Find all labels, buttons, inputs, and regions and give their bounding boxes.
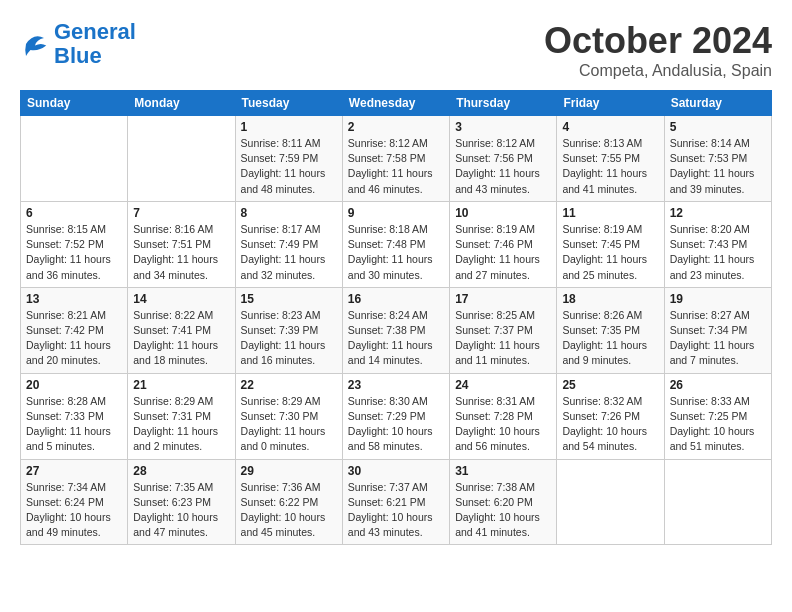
day-number: 12 (670, 206, 766, 220)
calendar-table: Sunday Monday Tuesday Wednesday Thursday… (20, 90, 772, 545)
day-number: 28 (133, 464, 229, 478)
day-info: Sunrise: 8:16 AM Sunset: 7:51 PM Dayligh… (133, 222, 229, 283)
day-info: Sunrise: 8:33 AM Sunset: 7:25 PM Dayligh… (670, 394, 766, 455)
calendar-cell: 2Sunrise: 8:12 AM Sunset: 7:58 PM Daylig… (342, 116, 449, 202)
page-header: General Blue October 2024 Competa, Andal… (20, 20, 772, 80)
col-saturday: Saturday (664, 91, 771, 116)
calendar-week-5: 27Sunrise: 7:34 AM Sunset: 6:24 PM Dayli… (21, 459, 772, 545)
calendar-cell: 16Sunrise: 8:24 AM Sunset: 7:38 PM Dayli… (342, 287, 449, 373)
calendar-cell: 30Sunrise: 7:37 AM Sunset: 6:21 PM Dayli… (342, 459, 449, 545)
calendar-cell: 13Sunrise: 8:21 AM Sunset: 7:42 PM Dayli… (21, 287, 128, 373)
col-monday: Monday (128, 91, 235, 116)
calendar-cell: 6Sunrise: 8:15 AM Sunset: 7:52 PM Daylig… (21, 201, 128, 287)
calendar-cell (664, 459, 771, 545)
calendar-cell: 22Sunrise: 8:29 AM Sunset: 7:30 PM Dayli… (235, 373, 342, 459)
calendar-week-4: 20Sunrise: 8:28 AM Sunset: 7:33 PM Dayli… (21, 373, 772, 459)
day-info: Sunrise: 8:29 AM Sunset: 7:31 PM Dayligh… (133, 394, 229, 455)
col-friday: Friday (557, 91, 664, 116)
col-sunday: Sunday (21, 91, 128, 116)
calendar-cell: 14Sunrise: 8:22 AM Sunset: 7:41 PM Dayli… (128, 287, 235, 373)
day-number: 14 (133, 292, 229, 306)
calendar-cell: 24Sunrise: 8:31 AM Sunset: 7:28 PM Dayli… (450, 373, 557, 459)
calendar-cell: 4Sunrise: 8:13 AM Sunset: 7:55 PM Daylig… (557, 116, 664, 202)
day-info: Sunrise: 8:12 AM Sunset: 7:58 PM Dayligh… (348, 136, 444, 197)
day-number: 6 (26, 206, 122, 220)
calendar-cell: 27Sunrise: 7:34 AM Sunset: 6:24 PM Dayli… (21, 459, 128, 545)
day-number: 21 (133, 378, 229, 392)
calendar-cell (557, 459, 664, 545)
day-info: Sunrise: 7:36 AM Sunset: 6:22 PM Dayligh… (241, 480, 337, 541)
day-number: 3 (455, 120, 551, 134)
calendar-cell: 18Sunrise: 8:26 AM Sunset: 7:35 PM Dayli… (557, 287, 664, 373)
calendar-cell: 19Sunrise: 8:27 AM Sunset: 7:34 PM Dayli… (664, 287, 771, 373)
month-title: October 2024 (544, 20, 772, 62)
day-number: 10 (455, 206, 551, 220)
calendar-body: 1Sunrise: 8:11 AM Sunset: 7:59 PM Daylig… (21, 116, 772, 545)
day-number: 2 (348, 120, 444, 134)
calendar-cell: 9Sunrise: 8:18 AM Sunset: 7:48 PM Daylig… (342, 201, 449, 287)
day-info: Sunrise: 8:25 AM Sunset: 7:37 PM Dayligh… (455, 308, 551, 369)
calendar-cell: 11Sunrise: 8:19 AM Sunset: 7:45 PM Dayli… (557, 201, 664, 287)
day-info: Sunrise: 8:21 AM Sunset: 7:42 PM Dayligh… (26, 308, 122, 369)
day-number: 26 (670, 378, 766, 392)
day-info: Sunrise: 8:11 AM Sunset: 7:59 PM Dayligh… (241, 136, 337, 197)
day-info: Sunrise: 8:19 AM Sunset: 7:46 PM Dayligh… (455, 222, 551, 283)
calendar-header: Sunday Monday Tuesday Wednesday Thursday… (21, 91, 772, 116)
day-number: 19 (670, 292, 766, 306)
calendar-cell: 12Sunrise: 8:20 AM Sunset: 7:43 PM Dayli… (664, 201, 771, 287)
day-number: 23 (348, 378, 444, 392)
logo: General Blue (20, 20, 136, 68)
calendar-cell: 29Sunrise: 7:36 AM Sunset: 6:22 PM Dayli… (235, 459, 342, 545)
logo-text-line1: General (54, 20, 136, 44)
day-number: 24 (455, 378, 551, 392)
day-info: Sunrise: 8:29 AM Sunset: 7:30 PM Dayligh… (241, 394, 337, 455)
day-info: Sunrise: 8:31 AM Sunset: 7:28 PM Dayligh… (455, 394, 551, 455)
calendar-week-2: 6Sunrise: 8:15 AM Sunset: 7:52 PM Daylig… (21, 201, 772, 287)
days-of-week-row: Sunday Monday Tuesday Wednesday Thursday… (21, 91, 772, 116)
calendar-cell: 23Sunrise: 8:30 AM Sunset: 7:29 PM Dayli… (342, 373, 449, 459)
day-info: Sunrise: 8:12 AM Sunset: 7:56 PM Dayligh… (455, 136, 551, 197)
calendar-cell (128, 116, 235, 202)
day-number: 22 (241, 378, 337, 392)
day-info: Sunrise: 8:32 AM Sunset: 7:26 PM Dayligh… (562, 394, 658, 455)
logo-icon (20, 29, 50, 59)
calendar-cell: 15Sunrise: 8:23 AM Sunset: 7:39 PM Dayli… (235, 287, 342, 373)
day-info: Sunrise: 8:17 AM Sunset: 7:49 PM Dayligh… (241, 222, 337, 283)
day-number: 13 (26, 292, 122, 306)
day-info: Sunrise: 8:20 AM Sunset: 7:43 PM Dayligh… (670, 222, 766, 283)
day-number: 25 (562, 378, 658, 392)
title-block: October 2024 Competa, Andalusia, Spain (544, 20, 772, 80)
calendar-cell: 1Sunrise: 8:11 AM Sunset: 7:59 PM Daylig… (235, 116, 342, 202)
calendar-cell: 8Sunrise: 8:17 AM Sunset: 7:49 PM Daylig… (235, 201, 342, 287)
day-info: Sunrise: 8:24 AM Sunset: 7:38 PM Dayligh… (348, 308, 444, 369)
day-info: Sunrise: 7:37 AM Sunset: 6:21 PM Dayligh… (348, 480, 444, 541)
day-number: 18 (562, 292, 658, 306)
day-number: 31 (455, 464, 551, 478)
calendar-cell: 25Sunrise: 8:32 AM Sunset: 7:26 PM Dayli… (557, 373, 664, 459)
day-info: Sunrise: 8:19 AM Sunset: 7:45 PM Dayligh… (562, 222, 658, 283)
day-number: 27 (26, 464, 122, 478)
calendar-week-1: 1Sunrise: 8:11 AM Sunset: 7:59 PM Daylig… (21, 116, 772, 202)
day-number: 4 (562, 120, 658, 134)
day-number: 8 (241, 206, 337, 220)
day-number: 1 (241, 120, 337, 134)
calendar-cell: 26Sunrise: 8:33 AM Sunset: 7:25 PM Dayli… (664, 373, 771, 459)
day-info: Sunrise: 7:38 AM Sunset: 6:20 PM Dayligh… (455, 480, 551, 541)
day-number: 11 (562, 206, 658, 220)
day-number: 15 (241, 292, 337, 306)
day-number: 30 (348, 464, 444, 478)
calendar-week-3: 13Sunrise: 8:21 AM Sunset: 7:42 PM Dayli… (21, 287, 772, 373)
calendar-cell: 5Sunrise: 8:14 AM Sunset: 7:53 PM Daylig… (664, 116, 771, 202)
day-info: Sunrise: 8:14 AM Sunset: 7:53 PM Dayligh… (670, 136, 766, 197)
day-info: Sunrise: 8:22 AM Sunset: 7:41 PM Dayligh… (133, 308, 229, 369)
location-subtitle: Competa, Andalusia, Spain (544, 62, 772, 80)
day-info: Sunrise: 8:28 AM Sunset: 7:33 PM Dayligh… (26, 394, 122, 455)
day-number: 16 (348, 292, 444, 306)
logo-text-line2: Blue (54, 44, 136, 68)
day-info: Sunrise: 8:26 AM Sunset: 7:35 PM Dayligh… (562, 308, 658, 369)
calendar-cell: 17Sunrise: 8:25 AM Sunset: 7:37 PM Dayli… (450, 287, 557, 373)
calendar-cell: 28Sunrise: 7:35 AM Sunset: 6:23 PM Dayli… (128, 459, 235, 545)
day-info: Sunrise: 8:13 AM Sunset: 7:55 PM Dayligh… (562, 136, 658, 197)
day-number: 5 (670, 120, 766, 134)
day-number: 7 (133, 206, 229, 220)
